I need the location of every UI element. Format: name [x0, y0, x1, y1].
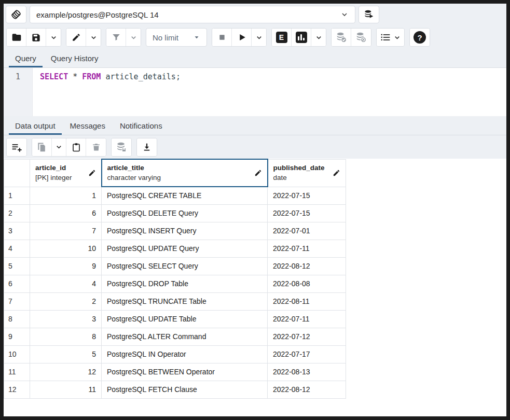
- cell-published-date[interactable]: 2022-07-17: [268, 345, 346, 363]
- save-data-group: [111, 138, 132, 157]
- cell-article-id[interactable]: 9: [30, 257, 102, 275]
- table-row: 72PostgreSQL TRUNCATE Table2022-08-11: [4, 292, 346, 310]
- tab-query[interactable]: Query: [9, 49, 43, 67]
- execute-button[interactable]: [232, 29, 252, 46]
- cell-published-date[interactable]: 2022-08-11: [268, 292, 346, 310]
- delete-row-button[interactable]: [86, 138, 106, 156]
- download-results-button[interactable]: [137, 138, 157, 156]
- explain-menu-button[interactable]: [311, 29, 326, 46]
- tab-notifications[interactable]: Notifications: [114, 116, 169, 135]
- cell-published-date[interactable]: 2022-08-13: [268, 363, 346, 381]
- cell-article-id[interactable]: 1: [30, 187, 102, 204]
- edit-menu-button[interactable]: [86, 29, 101, 46]
- row-number-cell[interactable]: 7: [4, 292, 30, 310]
- save-data-changes-button[interactable]: [112, 138, 131, 156]
- copy-menu-button[interactable]: [52, 138, 66, 156]
- cell-article-id[interactable]: 2: [30, 292, 102, 310]
- sql-keyword: FROM: [82, 72, 101, 81]
- edit-column-pencil-icon[interactable]: [88, 169, 96, 177]
- cancel-query-button[interactable]: [212, 29, 232, 46]
- connection-selector[interactable]: example/postgres@PostgreSQL 14: [30, 6, 355, 23]
- cell-article-id[interactable]: 7: [30, 222, 102, 240]
- cell-published-date[interactable]: 2022-07-11: [268, 310, 346, 328]
- cell-published-date[interactable]: 2022-07-15: [268, 187, 346, 204]
- cell-article-title[interactable]: PostgreSQL DELETE Query: [102, 204, 268, 222]
- row-number-cell[interactable]: 1: [4, 187, 30, 204]
- save-button[interactable]: [26, 29, 46, 46]
- row-number-cell[interactable]: 6: [4, 275, 30, 292]
- cell-article-title[interactable]: PostgreSQL CREATE TABLE: [102, 187, 268, 204]
- cell-article-id[interactable]: 3: [30, 310, 102, 328]
- save-menu-button[interactable]: [46, 29, 61, 46]
- tab-messages[interactable]: Messages: [64, 116, 112, 135]
- cell-published-date[interactable]: 2022-08-12: [268, 257, 346, 275]
- cell-published-date[interactable]: 2022-08-08: [268, 275, 346, 292]
- cell-article-title[interactable]: PostgreSQL TRUNCATE Table: [102, 292, 268, 310]
- cell-article-id[interactable]: 8: [30, 328, 102, 345]
- row-number-cell[interactable]: 3: [4, 222, 30, 240]
- cell-article-id[interactable]: 11: [30, 381, 102, 398]
- explain-analyze-button[interactable]: [292, 29, 311, 46]
- cell-published-date[interactable]: 2022-08-12: [268, 381, 346, 398]
- open-file-button[interactable]: [7, 29, 26, 46]
- row-number-cell[interactable]: 11: [4, 363, 30, 381]
- paste-clipboard-icon: [72, 142, 81, 152]
- cell-article-title[interactable]: PostgreSQL UPDATE Table: [102, 310, 268, 328]
- edit-column-pencil-icon[interactable]: [254, 169, 262, 177]
- paste-button[interactable]: [66, 138, 86, 156]
- help-icon: ?: [413, 31, 426, 44]
- cell-article-id[interactable]: 5: [30, 345, 102, 363]
- copy-button[interactable]: [32, 138, 52, 156]
- add-row-button[interactable]: [7, 138, 26, 156]
- cell-article-title[interactable]: PostgreSQL UPDATE Query: [102, 240, 268, 257]
- row-number-cell[interactable]: 8: [4, 310, 30, 328]
- row-number-cell[interactable]: 12: [4, 381, 30, 398]
- new-connection-button[interactable]: [359, 6, 379, 23]
- cell-published-date[interactable]: 2022-07-11: [268, 240, 346, 257]
- cell-published-date[interactable]: 2022-07-15: [268, 204, 346, 222]
- help-button[interactable]: ?: [410, 29, 430, 46]
- row-number-cell[interactable]: 10: [4, 345, 30, 363]
- cell-article-id[interactable]: 10: [30, 240, 102, 257]
- column-header-article-id[interactable]: article_id [PK] integer: [30, 159, 102, 187]
- cell-article-title[interactable]: PostgreSQL FETCH Clause: [102, 381, 268, 398]
- row-number-cell[interactable]: 9: [4, 328, 30, 345]
- cell-article-title[interactable]: PostgreSQL BETWEEN Operator: [102, 363, 268, 381]
- cell-article-title[interactable]: PostgreSQL DROP Table: [102, 275, 268, 292]
- macros-button[interactable]: [377, 29, 404, 46]
- cell-published-date[interactable]: 2022-07-01: [268, 222, 346, 240]
- cell-article-id[interactable]: 6: [30, 204, 102, 222]
- cell-article-title[interactable]: PostgreSQL IN Operator: [102, 345, 268, 363]
- sql-operator: *: [68, 72, 82, 81]
- sql-code-area[interactable]: SELECT * FROM article_details;: [33, 68, 506, 116]
- cell-article-title[interactable]: PostgreSQL ALTER Command: [102, 328, 268, 345]
- rollback-button[interactable]: [351, 29, 371, 46]
- edit-column-pencil-icon[interactable]: [333, 169, 340, 177]
- edit-button[interactable]: [66, 29, 86, 46]
- query-tool-window: example/postgres@PostgreSQL 14: [0, 0, 510, 420]
- row-limit-select[interactable]: No limit: [146, 28, 207, 47]
- column-header-article-title[interactable]: article_title character varying: [102, 159, 268, 187]
- filter-menu-button[interactable]: [126, 29, 141, 46]
- row-number-cell[interactable]: 2: [4, 204, 30, 222]
- cell-article-id[interactable]: 4: [30, 275, 102, 292]
- connection-label: example/postgres@PostgreSQL 14: [36, 10, 340, 19]
- tab-query-history[interactable]: Query History: [45, 49, 105, 67]
- row-number-cell[interactable]: 4: [4, 240, 30, 257]
- table-row: 1211PostgreSQL FETCH Clause2022-08-12: [4, 381, 346, 398]
- tab-data-output[interactable]: Data output: [9, 116, 62, 135]
- cell-article-title[interactable]: PostgreSQL SELECT Query: [102, 257, 268, 275]
- filter-funnel-icon: [112, 33, 121, 42]
- filter-button[interactable]: [106, 29, 126, 46]
- tab-data-output-label: Data output: [15, 121, 56, 130]
- cell-article-id[interactable]: 12: [30, 363, 102, 381]
- row-number-cell[interactable]: 5: [4, 257, 30, 275]
- cell-article-title[interactable]: PostgreSQL INSERT Query: [102, 222, 268, 240]
- execute-menu-button[interactable]: [252, 29, 266, 46]
- commit-button[interactable]: [332, 29, 351, 46]
- explain-button[interactable]: E: [272, 29, 292, 46]
- column-header-published-date[interactable]: published_date date: [268, 159, 346, 187]
- query-tool-connection-button[interactable]: [6, 6, 26, 23]
- select-all-corner-cell[interactable]: [4, 159, 30, 187]
- cell-published-date[interactable]: 2022-07-12: [268, 328, 346, 345]
